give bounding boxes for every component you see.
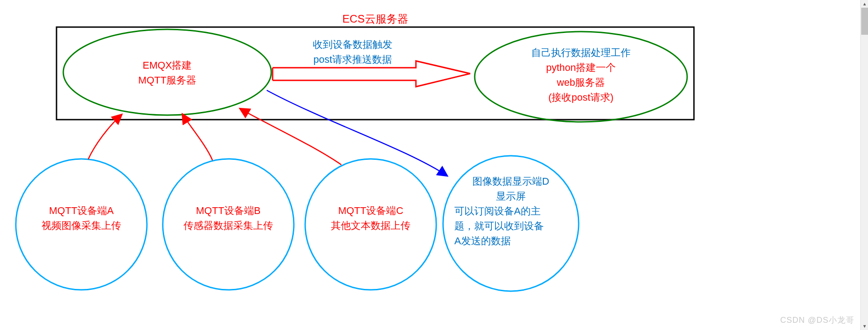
web-line3: web服务器 [513,75,649,90]
arrow-label-line1: 收到设备数据触发 [289,37,416,52]
web-line4: (接收post请求) [513,90,649,105]
device-a-label: MQTT设备端A 视频图像采集上传 [23,203,140,233]
device-b-label: MQTT设备端B 传感器数据采集上传 [170,203,287,233]
device-b-line2: 传感器数据采集上传 [170,218,287,233]
device-a-line2: 视频图像采集上传 [23,218,140,233]
scrollbar-thumb[interactable] [861,8,868,35]
device-d-line3: 可以订阅设备A的主 [454,204,567,218]
diagram-canvas [0,0,868,330]
device-d-line2: 显示屏 [454,189,567,204]
connector-b [182,114,212,160]
emqx-label: EMQX搭建 MQTT服务器 [113,58,222,88]
connector-d [267,90,448,176]
device-c-line1: MQTT设备端C [312,203,429,218]
arrow-label: 收到设备数据触发 post请求推送数据 [289,37,416,67]
device-d-line1: 图像数据显示端D [454,174,567,189]
device-d-line5: A发送的数据 [454,233,567,248]
device-d-line4: 题，就可以收到设备 [454,218,567,233]
scroll-down-arrow-icon[interactable]: ▼ [861,322,868,330]
vertical-scrollbar[interactable]: ▲ ▼ [860,0,868,330]
watermark: CSDN @DS小龙哥 [780,315,854,325]
device-b-line1: MQTT设备端B [170,203,287,218]
emqx-line2: MQTT服务器 [113,73,222,88]
device-c-label: MQTT设备端C 其他文本数据上传 [312,203,429,233]
web-label: 自己执行数据处理工作 python搭建一个 web服务器 (接收post请求) [513,45,649,105]
scroll-up-arrow-icon[interactable]: ▲ [861,0,868,8]
device-c-line2: 其他文本数据上传 [312,218,429,233]
title-label: ECS云服务器 [307,11,443,27]
web-line1: 自己执行数据处理工作 [513,45,649,60]
device-a-line1: MQTT设备端A [23,203,140,218]
web-line2: python搭建一个 [513,60,649,75]
connector-c [240,108,341,165]
emqx-line1: EMQX搭建 [113,58,222,73]
arrow-label-line2: post请求推送数据 [289,52,416,67]
connector-a [88,114,122,159]
device-d-label: 图像数据显示端D 显示屏 可以订阅设备A的主 题，就可以收到设备 A发送的数据 [454,174,567,248]
